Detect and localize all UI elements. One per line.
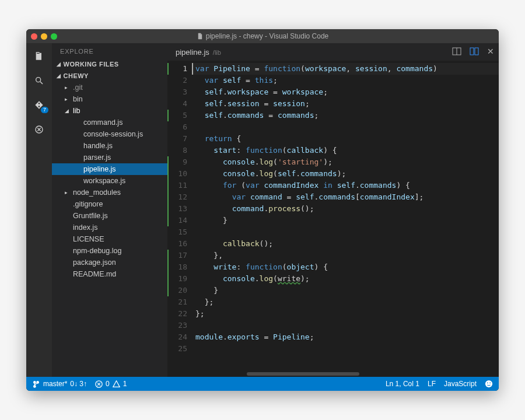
line-number: 3 (167, 86, 187, 98)
code-line[interactable] (195, 343, 499, 355)
code-area[interactable]: 1234567891011121314151617181920212223242… (167, 61, 499, 371)
code-line[interactable]: var self = this; (195, 75, 499, 86)
status-problems[interactable]: 0 1 (95, 380, 127, 388)
tree-item-node-modules[interactable]: ▸node_modules (52, 187, 167, 198)
close-editor-icon[interactable]: ✕ (487, 47, 494, 58)
line-number: 23 (167, 320, 187, 331)
project-section[interactable]: ◢ CHEWY (52, 70, 167, 82)
line-number: 25 (167, 343, 187, 355)
working-files-section[interactable]: ◢ WORKING FILES (52, 58, 167, 70)
code-line[interactable]: } (195, 285, 499, 296)
close-window-button[interactable] (31, 33, 37, 40)
maximize-window-button[interactable] (51, 33, 57, 40)
tree-item-workspace-js[interactable]: workspace.js (52, 175, 167, 187)
minimize-window-button[interactable] (41, 33, 47, 40)
warning-count: 1 (123, 380, 127, 388)
line-number: 16 (167, 238, 187, 250)
line-number: 1 (167, 63, 187, 75)
tree-item-npm-debug-log[interactable]: npm-debug.log (52, 245, 167, 257)
status-cursor[interactable]: Ln 1, Col 1 (386, 380, 419, 388)
tree-item-label: lib (73, 107, 80, 115)
status-bar: master* 0↓ 3↑ 0 1 Ln 1, Col 1 LF JavaScr… (26, 377, 499, 391)
chevron-icon: ◢ (65, 108, 71, 114)
tree-item-package-json[interactable]: package.json (52, 257, 167, 268)
tree-item-console-session-js[interactable]: console-session.js (52, 128, 167, 140)
tree-item-bin[interactable]: ▸bin (52, 93, 167, 105)
code-line[interactable]: console.log(write); (195, 273, 499, 285)
open-changes-icon[interactable] (470, 47, 479, 58)
code-line[interactable]: var command = self.commands[commandIndex… (195, 191, 499, 203)
line-number: 22 (167, 308, 187, 320)
line-number: 19 (167, 273, 187, 285)
scrollbar-thumb[interactable] (247, 372, 359, 376)
line-number: 9 (167, 156, 187, 168)
code-line[interactable]: }, (195, 250, 499, 261)
search-icon[interactable] (32, 74, 46, 88)
code-line[interactable]: self.commands = commands; (195, 110, 499, 121)
code-line[interactable]: command.process(); (195, 203, 499, 215)
project-label: CHEWY (64, 72, 89, 79)
line-number: 21 (167, 296, 187, 308)
tree-item-pipeline-js[interactable]: pipeline.js (52, 163, 167, 175)
status-eol[interactable]: LF (428, 380, 436, 388)
code-line[interactable]: start: function(callback) { (195, 145, 499, 156)
code-content[interactable]: var Pipeline = function(workspace, sessi… (192, 61, 499, 371)
explorer-icon[interactable] (32, 49, 46, 63)
horizontal-scrollbar[interactable] (167, 371, 499, 377)
status-branch[interactable]: master* 0↓ 3↑ (32, 380, 87, 388)
code-line[interactable]: for (var commandIndex in self.commands) … (195, 180, 499, 191)
tree-item-label: npm-debug.log (73, 247, 121, 255)
tree-item-label: parser.js (83, 153, 111, 162)
git-icon[interactable]: 7 (32, 98, 46, 112)
working-files-label: WORKING FILES (64, 61, 119, 68)
tab-pipeline[interactable]: pipeline.js /lib (172, 48, 225, 57)
tree-item-command-js[interactable]: command.js (52, 117, 167, 128)
line-number: 10 (167, 168, 187, 180)
line-number: 15 (167, 226, 187, 238)
code-line[interactable]: }; (195, 308, 499, 320)
split-editor-icon[interactable] (452, 47, 461, 58)
code-line[interactable]: callback(); (195, 238, 499, 250)
svg-point-10 (489, 382, 491, 383)
tree-item-label: handle.js (83, 142, 113, 150)
line-number: 13 (167, 203, 187, 215)
tree-item-label: package.json (73, 258, 116, 267)
code-line[interactable]: return { (195, 133, 499, 145)
code-line[interactable]: write: function(object) { (195, 261, 499, 273)
tree-item-lib[interactable]: ◢lib (52, 105, 167, 117)
code-line[interactable]: console.log(self.commands); (195, 168, 499, 180)
tree-item-readme-md[interactable]: README.md (52, 268, 167, 280)
debug-icon[interactable] (32, 123, 46, 136)
code-line[interactable]: var Pipeline = function(workspace, sessi… (192, 63, 499, 75)
svg-point-9 (487, 382, 488, 383)
tree-item-gruntfile-js[interactable]: Gruntfile.js (52, 210, 167, 222)
workbench: 7 EXPLORE ◢ WORKING FILES ◢ CHEWY ▸.git▸… (26, 43, 499, 377)
git-badge: 7 (41, 107, 48, 113)
code-line[interactable]: self.workspace = workspace; (195, 86, 499, 98)
status-language[interactable]: JavaScript (444, 380, 477, 388)
code-line[interactable] (195, 320, 499, 331)
svg-point-8 (485, 380, 492, 387)
code-line[interactable]: }; (195, 296, 499, 308)
tree-item--gitignore[interactable]: .gitignore (52, 198, 167, 210)
code-line[interactable]: module.exports = Pipeline; (195, 331, 499, 343)
line-number: 5 (167, 110, 187, 121)
code-line[interactable]: self.session = session; (195, 98, 499, 110)
code-line[interactable] (195, 121, 499, 133)
tree-item-handle-js[interactable]: handle.js (52, 140, 167, 152)
line-number: 17 (167, 250, 187, 261)
tree-item-license[interactable]: LICENSE (52, 233, 167, 245)
titlebar-title: pipeline.js - chewy - Visual Studio Code (26, 32, 499, 40)
app-window: pipeline.js - chewy - Visual Studio Code… (26, 29, 499, 391)
feedback-icon[interactable] (485, 380, 493, 388)
error-count: 0 (106, 380, 110, 388)
tree-item-label: console-session.js (83, 130, 143, 138)
tree-item--git[interactable]: ▸.git (52, 82, 167, 93)
code-line[interactable]: } (195, 215, 499, 226)
line-number: 4 (167, 98, 187, 110)
tree-item-parser-js[interactable]: parser.js (52, 152, 167, 163)
code-line[interactable]: console.log('starting'); (195, 156, 499, 168)
tree-item-index-js[interactable]: index.js (52, 222, 167, 233)
tab-path: /lib (213, 49, 221, 56)
code-line[interactable] (195, 226, 499, 238)
